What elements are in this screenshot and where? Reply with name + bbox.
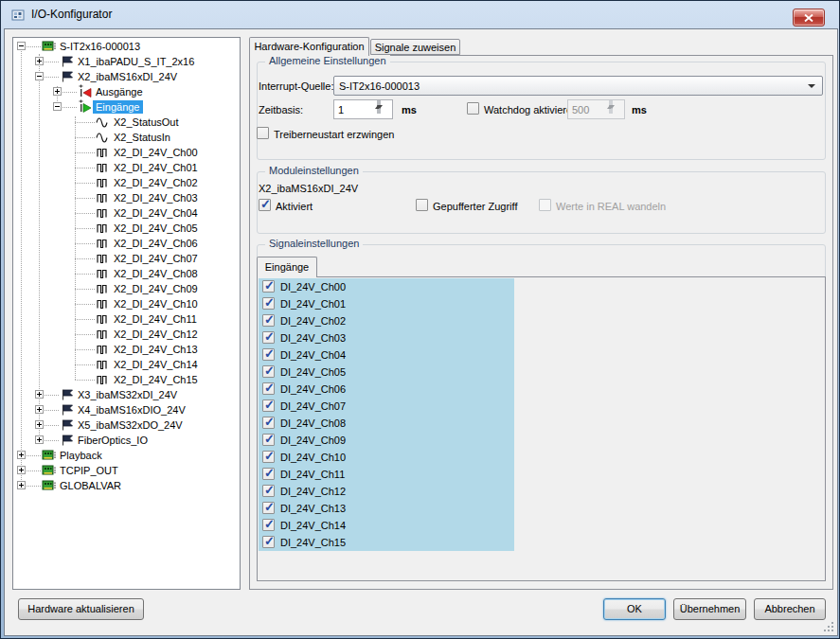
abbrechen-button[interactable]: Abbrechen	[754, 598, 826, 620]
signal-checkbox[interactable]	[262, 519, 275, 531]
signal-label[interactable]: DI_24V_Ch06	[280, 383, 346, 396]
signal-label[interactable]: DI_24V_Ch13	[280, 503, 346, 515]
expand-icon[interactable]	[17, 466, 26, 474]
signal-label[interactable]: DI_24V_Ch15	[280, 537, 346, 549]
signal-checkbox[interactable]	[262, 314, 275, 327]
tree-item[interactable]: X2_DI_24V_Ch10	[13, 296, 240, 311]
tree-item[interactable]: X4_ibaMS16xDIO_24V	[13, 402, 240, 417]
tree-item-label[interactable]: X1_ibaPADU_S_IT_2x16	[75, 55, 197, 68]
signal-checkbox[interactable]	[262, 536, 275, 548]
tree-item-label[interactable]: X2_StatusOut	[111, 115, 182, 129]
tree-item-label[interactable]: GLOBALVAR	[57, 479, 124, 492]
tree-item-label[interactable]: S-IT2x16-000013	[57, 40, 143, 53]
tree-item[interactable]: Ausgänge	[13, 84, 240, 99]
signal-label[interactable]: DI_24V_Ch04	[280, 349, 346, 362]
tree-item-label[interactable]: X2_DI_24V_Ch07	[111, 252, 201, 265]
tree-item-label[interactable]: X2_DI_24V_Ch10	[111, 297, 201, 311]
signal-row[interactable]: DI_24V_Ch08	[259, 415, 514, 432]
tree-item[interactable]: X2_DI_24V_Ch08	[13, 266, 240, 281]
tab-signale-zuweisen[interactable]: Signale zuweisen	[370, 39, 460, 55]
tree-item-label[interactable]: Ausgänge	[93, 85, 146, 98]
tree-item[interactable]: X2_DI_24V_Ch00	[13, 145, 240, 160]
tree-item[interactable]: GLOBALVAR	[13, 478, 240, 493]
signal-checkbox[interactable]	[262, 434, 275, 446]
signal-checkbox[interactable]	[262, 365, 275, 378]
gepufferter-zugriff-checkbox[interactable]	[416, 199, 428, 211]
collapse-icon[interactable]	[17, 42, 26, 50]
expand-icon[interactable]	[35, 435, 44, 444]
signal-row[interactable]: DI_24V_Ch00	[259, 278, 514, 295]
signal-checkbox[interactable]	[262, 485, 275, 497]
signal-label[interactable]: DI_24V_Ch14	[280, 520, 346, 532]
signal-checkbox[interactable]	[262, 348, 275, 361]
tree-item-label[interactable]: X2_DI_24V_Ch02	[111, 176, 201, 189]
tab-eingaenge[interactable]: Eingänge	[257, 257, 317, 277]
signal-label[interactable]: DI_24V_Ch10	[280, 452, 346, 464]
tree-item[interactable]: X3_ibaMS32xDI_24V	[13, 387, 240, 402]
signal-checkbox[interactable]	[262, 399, 275, 412]
tree-item[interactable]: X2_DI_24V_Ch01	[13, 160, 240, 175]
tree-item-label[interactable]: Playback	[57, 449, 105, 462]
tree-item[interactable]: TCPIP_OUT	[13, 463, 240, 478]
tree-item-label[interactable]: X2_ibaMS16xDI_24V	[75, 70, 180, 83]
signal-checkbox[interactable]	[262, 280, 275, 293]
signal-label[interactable]: DI_24V_Ch03	[280, 332, 346, 345]
tree-item-label[interactable]: Eingänge	[93, 100, 143, 114]
signal-row[interactable]: DI_24V_Ch03	[259, 329, 514, 346]
tree-item[interactable]: FiberOptics_IO	[13, 433, 240, 448]
signal-row[interactable]: DI_24V_Ch13	[259, 500, 514, 517]
tree-item[interactable]: X2_ibaMS16xDI_24V	[13, 69, 240, 84]
signal-row[interactable]: DI_24V_Ch05	[259, 364, 514, 381]
tree-item[interactable]: X2_StatusIn	[13, 130, 240, 145]
aktiviert-checkbox[interactable]	[259, 199, 271, 211]
expand-icon[interactable]	[17, 481, 26, 489]
tree-item[interactable]: X2_DI_24V_Ch05	[13, 221, 240, 236]
expand-icon[interactable]	[35, 405, 44, 414]
tree-item-label[interactable]: X5_ibaMS32xDO_24V	[75, 418, 186, 432]
signal-checkbox[interactable]	[262, 451, 275, 463]
tree-item-label[interactable]: X2_DI_24V_Ch12	[111, 328, 201, 341]
signal-row[interactable]: DI_24V_Ch02	[259, 312, 514, 329]
treiberneustart-checkbox[interactable]	[257, 127, 269, 139]
zeitbasis-spinner[interactable]: 1	[333, 99, 393, 119]
signal-row[interactable]: DI_24V_Ch15	[259, 534, 514, 551]
expand-icon[interactable]	[17, 451, 26, 459]
tree-item[interactable]: X2_DI_24V_Ch04	[13, 205, 240, 221]
tree-item-label[interactable]: X3_ibaMS32xDI_24V	[75, 388, 180, 401]
interrupt-quelle-select[interactable]: S-IT2x16-000013	[333, 76, 823, 96]
gepufferter-zugriff-label[interactable]: Gepufferter Zugriff	[433, 200, 517, 213]
tab-hardware-konfiguration[interactable]: Hardware-Konfiguration	[249, 37, 369, 56]
signal-checkbox[interactable]	[262, 331, 275, 344]
tree-item-label[interactable]: X2_DI_24V_Ch04	[111, 206, 201, 220]
tree-item-label[interactable]: X2_DI_24V_Ch13	[111, 343, 201, 356]
tree-item[interactable]: Playback	[13, 448, 240, 463]
tree-item[interactable]: X2_DI_24V_Ch12	[13, 327, 240, 342]
signal-label[interactable]: DI_24V_Ch00	[280, 281, 346, 293]
signal-checkbox[interactable]	[262, 382, 275, 395]
resize-grip[interactable]	[823, 621, 835, 633]
tree-item[interactable]: X1_ibaPADU_S_IT_2x16	[13, 54, 240, 69]
tree-item-label[interactable]: X2_DI_24V_Ch15	[111, 373, 201, 386]
signal-row[interactable]: DI_24V_Ch04	[259, 346, 514, 364]
watchdog-label[interactable]: Watchdog aktivieren	[484, 103, 578, 116]
signal-row[interactable]: DI_24V_Ch09	[259, 432, 514, 449]
tree-item[interactable]: X2_DI_24V_Ch06	[13, 236, 240, 251]
aktiviert-label[interactable]: Aktiviert	[276, 200, 313, 213]
tree-item-label[interactable]: X2_DI_24V_Ch11	[111, 312, 200, 326]
tree-item[interactable]: S-IT2x16-000013	[13, 39, 240, 54]
treiberneustart-label[interactable]: Treiberneustart erzwingen	[274, 128, 394, 141]
tree-item[interactable]: X2_DI_24V_Ch07	[13, 251, 240, 266]
tree-item[interactable]: X2_DI_24V_Ch14	[13, 357, 240, 372]
tree-item[interactable]: X5_ibaMS32xDO_24V	[13, 417, 240, 433]
tree-item-label[interactable]: X2_DI_24V_Ch00	[111, 146, 201, 159]
signal-row[interactable]: DI_24V_Ch11	[259, 466, 514, 483]
signal-label[interactable]: DI_24V_Ch09	[280, 435, 346, 447]
tree-item-label[interactable]: X2_DI_24V_Ch09	[111, 282, 201, 295]
signal-label[interactable]: DI_24V_Ch11	[280, 469, 345, 481]
tree-item-label[interactable]: X2_StatusIn	[111, 131, 173, 144]
signal-label[interactable]: DI_24V_Ch01	[280, 298, 346, 311]
expand-icon[interactable]	[35, 390, 44, 399]
tree-item-label[interactable]: X2_DI_24V_Ch14	[111, 358, 201, 371]
tree-item[interactable]: X2_DI_24V_Ch09	[13, 281, 240, 296]
expand-icon[interactable]	[35, 57, 44, 65]
